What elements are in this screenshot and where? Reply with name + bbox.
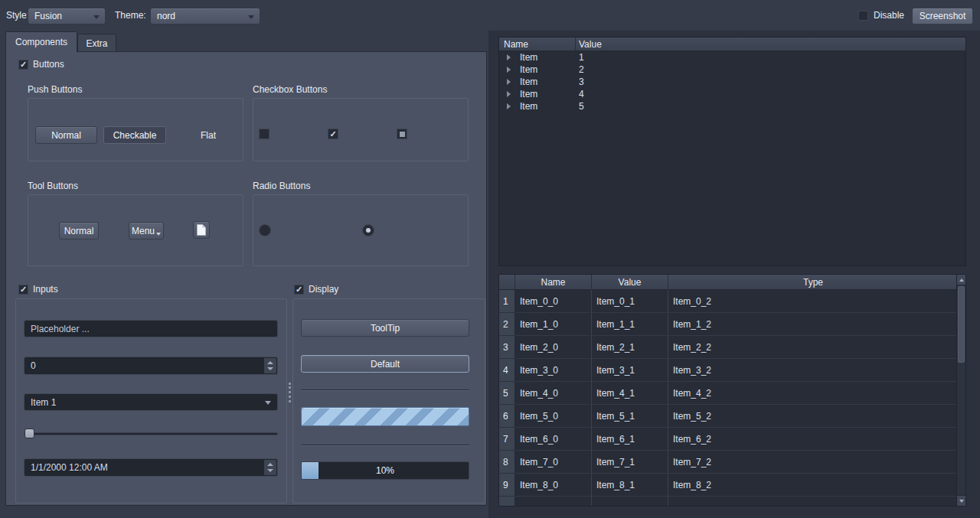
cell: Item_4_0 <box>515 382 592 405</box>
table-row[interactable]: 9 Item_8_0 Item_8_1 Item_8_2 <box>499 474 958 497</box>
spin-up-icon[interactable] <box>267 463 273 466</box>
busy-progress-bar <box>301 407 469 426</box>
cell <box>592 497 668 507</box>
push-button-flat[interactable]: Flat <box>189 126 227 144</box>
default-button[interactable]: Default <box>301 355 469 373</box>
cell: Item_6_1 <box>592 428 668 451</box>
table-row[interactable]: 7 Item_6_0 Item_6_1 Item_6_2 <box>499 428 958 451</box>
style-label: Style: <box>6 0 29 31</box>
spinbox-buttons[interactable] <box>264 358 276 373</box>
cell <box>668 497 958 507</box>
inputs-group-checkbox[interactable]: ✓ <box>18 285 28 295</box>
cell: Item_2_1 <box>592 336 668 359</box>
disable-checkbox[interactable] <box>858 11 868 21</box>
buttons-group-checkbox[interactable]: ✓ <box>18 60 28 70</box>
cell: Item_7_0 <box>515 451 592 474</box>
push-buttons-label: Push Buttons <box>28 84 82 95</box>
tool-buttons-label: Tool Buttons <box>28 181 78 191</box>
scrollbar-thumb[interactable] <box>958 286 965 363</box>
cell: Item_3_2 <box>668 359 958 382</box>
cell: Item_3_1 <box>592 359 668 382</box>
tree-item-value: 2 <box>579 64 584 75</box>
branch-expand-icon[interactable] <box>507 79 511 85</box>
table-row-partial <box>499 497 958 507</box>
table-row[interactable]: 1 Item_0_0 Item_0_1 Item_0_2 <box>499 290 958 313</box>
disable-label: Disable <box>874 0 904 31</box>
checkbox-unchecked[interactable] <box>259 129 270 139</box>
tree-row[interactable]: Item 2 <box>499 64 965 76</box>
checkbox-checked[interactable]: ✓ <box>328 129 338 139</box>
tab-extra[interactable]: Extra <box>77 34 116 52</box>
push-button-checkable[interactable]: Checkable <box>103 126 166 144</box>
cell: Item_7_2 <box>668 451 958 474</box>
item-combobox[interactable]: Item 1 <box>24 393 278 411</box>
cell: Item_3_0 <box>515 359 592 382</box>
check-icon: ✓ <box>329 130 336 138</box>
checkbox-partial[interactable] <box>397 129 407 139</box>
table-row[interactable]: 6 Item_5_0 Item_5_1 Item_5_2 <box>499 405 958 428</box>
table-row[interactable]: 2 Item_1_0 Item_1_1 Item_1_2 <box>499 313 958 336</box>
push-button-normal[interactable]: Normal <box>35 126 97 144</box>
scroll-up-button[interactable] <box>957 275 965 285</box>
branch-expand-icon[interactable] <box>507 54 511 60</box>
arrow-up-icon <box>959 279 964 282</box>
right-panel: Name Value Item 1 Item 2 Item 3 Item 4 I… <box>488 31 980 518</box>
tree-view[interactable]: Name Value Item 1 Item 2 Item 3 Item 4 I… <box>498 37 966 266</box>
screenshot-button[interactable]: Screenshot <box>912 8 973 24</box>
branch-expand-icon[interactable] <box>507 91 511 97</box>
slider-handle[interactable] <box>24 428 34 438</box>
separator-line <box>301 389 469 391</box>
tooltip-button[interactable]: ToolTip <box>301 319 469 337</box>
splitter-handle[interactable] <box>289 383 291 402</box>
spinbox[interactable]: 0 <box>24 357 278 375</box>
slider[interactable] <box>24 428 278 439</box>
table-row[interactable]: 8 Item_7_0 Item_7_1 Item_7_2 <box>499 451 958 474</box>
tree-header-name[interactable]: Name <box>499 37 576 50</box>
style-combobox[interactable]: Fusion <box>28 8 106 24</box>
tree-row[interactable]: Item 1 <box>499 51 965 64</box>
cell: Item_0_1 <box>592 290 668 313</box>
tool-button-icon[interactable] <box>193 221 210 239</box>
table-header-name[interactable]: Name <box>515 275 592 289</box>
components-tab-pane: ✓ Buttons Push Buttons Normal Checkable … <box>5 51 487 506</box>
line-edit[interactable] <box>24 320 278 337</box>
table-header-value[interactable]: Value <box>592 275 668 289</box>
row-number: 5 <box>499 382 515 405</box>
scroll-down-button[interactable] <box>957 495 965 506</box>
radio-unchecked[interactable] <box>259 224 271 236</box>
slider-groove[interactable] <box>24 432 278 435</box>
table-row[interactable]: 5 Item_4_0 Item_4_1 Item_4_2 <box>499 382 958 405</box>
table-header-type[interactable]: Type <box>668 275 958 289</box>
tree-row[interactable]: Item 4 <box>499 88 965 100</box>
line-edit-input[interactable] <box>31 324 271 334</box>
arrow-down-icon <box>959 500 964 503</box>
row-number: 1 <box>499 290 515 313</box>
branch-expand-icon[interactable] <box>507 67 511 73</box>
radio-checked[interactable] <box>362 224 374 236</box>
tree-header-value[interactable]: Value <box>576 37 965 50</box>
tool-button-normal[interactable]: Normal <box>59 222 99 239</box>
tool-button-menu[interactable]: Menu <box>129 222 164 239</box>
cell <box>515 497 592 507</box>
branch-expand-icon[interactable] <box>507 103 511 109</box>
buttons-group-label: Buttons <box>33 59 64 70</box>
datetime-spin-buttons[interactable] <box>264 460 276 475</box>
theme-combobox[interactable]: nord <box>150 8 260 24</box>
cell: Item_2_0 <box>515 336 592 359</box>
spin-down-icon[interactable] <box>267 469 273 472</box>
tree-row[interactable]: Item 5 <box>499 100 965 112</box>
spin-down-icon[interactable] <box>267 367 273 370</box>
table-row[interactable]: 3 Item_2_0 Item_2_1 Item_2_2 <box>499 336 958 359</box>
table-row[interactable]: 4 Item_3_0 Item_3_1 Item_3_2 <box>499 359 958 382</box>
datetime-edit[interactable]: 1/1/2000 12:00 AM <box>24 458 278 477</box>
table-view[interactable]: Name Value Type 1 Item_0_0 Item_0_1 Item… <box>498 274 966 507</box>
toolbar: Style: Fusion Theme: nord Disable Screen… <box>0 0 980 31</box>
tab-components[interactable]: Components <box>5 31 77 52</box>
vertical-scrollbar[interactable] <box>956 275 965 506</box>
tree-row[interactable]: Item 3 <box>499 76 965 88</box>
row-number: 2 <box>499 313 515 336</box>
display-group-checkbox[interactable]: ✓ <box>294 285 304 295</box>
cell: Item_4_2 <box>668 382 958 405</box>
spin-up-icon[interactable] <box>267 361 273 364</box>
theme-combobox-value: nord <box>157 11 175 21</box>
